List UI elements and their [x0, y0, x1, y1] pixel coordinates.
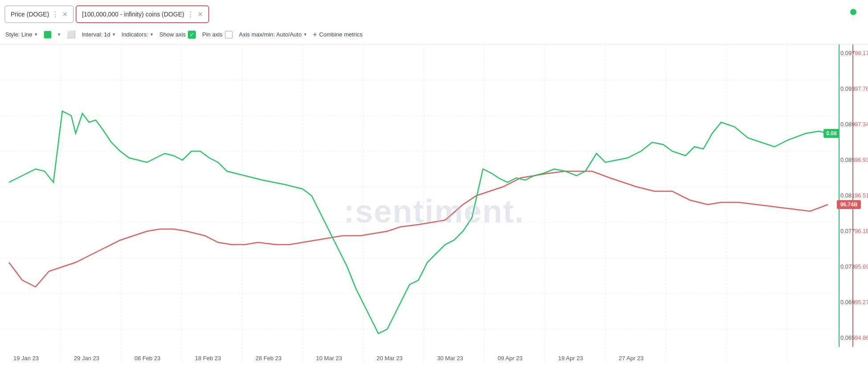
combine-metrics-label: Combine metrics: [319, 31, 363, 38]
tab-coins-doge-label: [100,000,000 - infinity) coins (DOGE): [82, 11, 184, 18]
tab-price-doge-menu-icon[interactable]: ⋮: [52, 10, 59, 19]
svg-text:27 Apr 23: 27 Apr 23: [619, 355, 644, 362]
tab-coins-doge-menu-icon[interactable]: ⋮: [187, 10, 194, 19]
tab-price-doge-close-icon[interactable]: ✕: [62, 11, 68, 18]
interval-bars-icon: ⬜: [67, 30, 76, 39]
svg-text:28 Feb 23: 28 Feb 23: [256, 355, 282, 362]
color-chevron-icon: ▾: [58, 32, 61, 37]
axis-max-min-chevron-icon: ▾: [304, 32, 307, 37]
axis-max-min-selector[interactable]: Axis max/min: Auto/Auto ▾: [239, 31, 307, 38]
axis-max-min-label: Axis max/min: Auto/Auto: [239, 31, 302, 38]
svg-text:29 Jan 23: 29 Jan 23: [74, 355, 99, 362]
chart-area: :sentiment.: [0, 44, 868, 378]
show-axis-checkbox[interactable]: ✓: [188, 31, 196, 39]
indicators-chevron-icon: ▾: [150, 32, 153, 37]
color-chevron-wrapper[interactable]: ▾: [58, 32, 61, 37]
tab-coins-doge-close-icon[interactable]: ✕: [198, 11, 203, 18]
svg-text:96.74B: 96.74B: [840, 201, 858, 208]
interval-selector[interactable]: Interval: 1d ▾: [82, 31, 115, 38]
svg-text:97.34B: 97.34B: [855, 121, 868, 128]
plus-icon: +: [313, 31, 317, 39]
svg-text:18 Feb 23: 18 Feb 23: [195, 355, 221, 362]
style-selector[interactable]: Style: Line ▾: [5, 31, 37, 38]
style-chevron-icon: ▾: [35, 32, 37, 37]
tab-coins-doge[interactable]: [100,000,000 - infinity) coins (DOGE) ⋮ …: [76, 5, 209, 23]
show-axis-label: Show axis: [159, 31, 186, 38]
interval-label: Interval: 1d: [82, 31, 110, 38]
color-swatch[interactable]: [44, 31, 52, 39]
style-label: Style: Line: [5, 31, 32, 38]
tab-price-doge-label: Price (DOGE): [11, 11, 49, 18]
svg-text:19 Jan 23: 19 Jan 23: [13, 355, 39, 362]
interval-chevron-icon: ▾: [113, 32, 115, 37]
svg-text:96.1B: 96.1B: [855, 228, 868, 234]
pin-axis-toggle[interactable]: Pin axis: [202, 31, 233, 39]
toolbar: Style: Line ▾ ▾ ⬜ Interval: 1d ▾ Indicat…: [0, 25, 868, 44]
indicators-label: Indicators:: [122, 31, 148, 38]
svg-text:96.93B: 96.93B: [855, 157, 868, 163]
svg-text:19 Apr 23: 19 Apr 23: [558, 355, 583, 362]
chart-svg: 0.097 0.093 0.089 0.085 0.081 0.077 0.07…: [0, 44, 868, 378]
svg-text:95.69B: 95.69B: [855, 263, 868, 270]
svg-text:98.17B: 98.17B: [855, 50, 868, 56]
svg-text:08 Feb 23: 08 Feb 23: [134, 355, 161, 362]
main-container: Price (DOGE) ⋮ ✕ [100,000,000 - infinity…: [0, 0, 868, 378]
svg-rect-2: [0, 44, 868, 378]
svg-text:97.76B: 97.76B: [855, 85, 868, 92]
status-indicator: [850, 9, 856, 15]
svg-text:30 Mar 23: 30 Mar 23: [437, 355, 463, 362]
indicators-selector[interactable]: Indicators: ▾: [122, 31, 153, 38]
svg-text:94.86B: 94.86B: [855, 334, 868, 341]
svg-text:96.51B: 96.51B: [855, 192, 868, 199]
svg-text:0.08: 0.08: [826, 130, 837, 137]
tab-price-doge[interactable]: Price (DOGE) ⋮ ✕: [4, 5, 74, 23]
svg-text:95.27B: 95.27B: [855, 299, 868, 306]
svg-text:20 Mar 23: 20 Mar 23: [377, 355, 403, 362]
pin-axis-checkbox[interactable]: [225, 31, 233, 39]
svg-text:10 Mar 23: 10 Mar 23: [316, 355, 342, 362]
svg-text:09 Apr 23: 09 Apr 23: [498, 355, 523, 362]
combine-metrics-button[interactable]: + Combine metrics: [313, 31, 363, 39]
show-axis-toggle[interactable]: Show axis ✓: [159, 31, 196, 39]
tabs-row: Price (DOGE) ⋮ ✕ [100,000,000 - infinity…: [0, 0, 868, 25]
pin-axis-label: Pin axis: [202, 31, 223, 38]
